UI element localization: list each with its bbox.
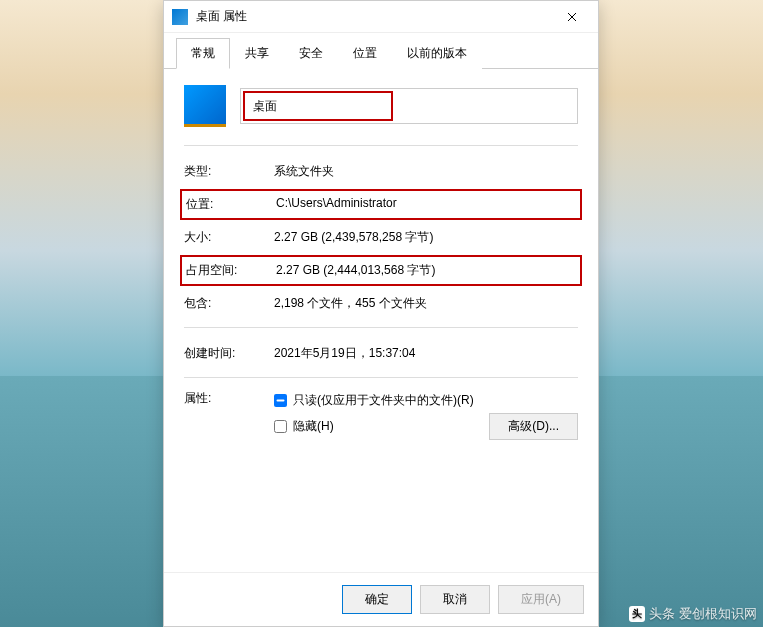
- apply-button[interactable]: 应用(A): [498, 585, 584, 614]
- close-button[interactable]: [554, 3, 590, 31]
- row-size-on-disk: 占用空间: 2.27 GB (2,444,013,568 字节): [180, 255, 582, 286]
- value-created: 2021年5月19日，15:37:04: [274, 345, 578, 362]
- hidden-label: 隐藏(H): [293, 418, 334, 435]
- hidden-checkbox[interactable]: [274, 420, 287, 433]
- readonly-checkbox-row[interactable]: 只读(仅应用于文件夹中的文件)(R): [274, 388, 578, 413]
- label-size-on-disk: 占用空间:: [186, 262, 276, 279]
- divider: [184, 145, 578, 146]
- value-size-on-disk: 2.27 GB (2,444,013,568 字节): [276, 262, 576, 279]
- label-type: 类型:: [184, 163, 274, 180]
- name-field-wrap: [240, 88, 578, 124]
- value-size: 2.27 GB (2,439,578,258 字节): [274, 229, 578, 246]
- properties-dialog: 桌面 属性 常规 共享 安全 位置 以前的版本 类型: 系统文件夹 位置: C:…: [163, 0, 599, 627]
- label-contains: 包含:: [184, 295, 274, 312]
- folder-name-input[interactable]: [243, 91, 393, 121]
- row-contains: 包含: 2,198 个文件，455 个文件夹: [184, 288, 578, 319]
- watermark-source: 头条: [649, 605, 675, 623]
- cancel-button[interactable]: 取消: [420, 585, 490, 614]
- tab-sharing[interactable]: 共享: [230, 38, 284, 69]
- row-created: 创建时间: 2021年5月19日，15:37:04: [184, 338, 578, 369]
- desktop-icon: [184, 85, 226, 127]
- label-size: 大小:: [184, 229, 274, 246]
- divider: [184, 327, 578, 328]
- advanced-button[interactable]: 高级(D)...: [489, 413, 578, 440]
- close-icon: [567, 12, 577, 22]
- folder-header: [184, 85, 578, 127]
- row-location: 位置: C:\Users\Administrator: [180, 189, 582, 220]
- tab-security[interactable]: 安全: [284, 38, 338, 69]
- row-type: 类型: 系统文件夹: [184, 156, 578, 187]
- value-location: C:\Users\Administrator: [276, 196, 576, 213]
- readonly-checkbox[interactable]: [274, 394, 287, 407]
- tab-content-general: 类型: 系统文件夹 位置: C:\Users\Administrator 大小:…: [164, 69, 598, 572]
- window-title: 桌面 属性: [196, 8, 554, 25]
- titlebar: 桌面 属性: [164, 1, 598, 33]
- value-type: 系统文件夹: [274, 163, 578, 180]
- label-created: 创建时间:: [184, 345, 274, 362]
- hidden-checkbox-row[interactable]: 隐藏(H): [274, 414, 334, 439]
- row-attributes: 属性: 只读(仅应用于文件夹中的文件)(R) 隐藏(H) 高级(D)...: [184, 388, 578, 440]
- tab-location[interactable]: 位置: [338, 38, 392, 69]
- watermark-brand: 爱创根知识网: [679, 605, 757, 623]
- watermark: 头 头条 爱创根知识网: [629, 605, 757, 623]
- dialog-footer: 确定 取消 应用(A): [164, 572, 598, 626]
- label-location: 位置:: [186, 196, 276, 213]
- row-size: 大小: 2.27 GB (2,439,578,258 字节): [184, 222, 578, 253]
- tab-general[interactable]: 常规: [176, 38, 230, 69]
- tab-strip: 常规 共享 安全 位置 以前的版本: [164, 33, 598, 69]
- toutiao-icon: 头: [629, 606, 645, 622]
- ok-button[interactable]: 确定: [342, 585, 412, 614]
- divider: [184, 377, 578, 378]
- value-contains: 2,198 个文件，455 个文件夹: [274, 295, 578, 312]
- readonly-label: 只读(仅应用于文件夹中的文件)(R): [293, 392, 474, 409]
- label-attributes: 属性:: [184, 388, 274, 440]
- desktop-folder-icon: [172, 9, 188, 25]
- tab-previous-versions[interactable]: 以前的版本: [392, 38, 482, 69]
